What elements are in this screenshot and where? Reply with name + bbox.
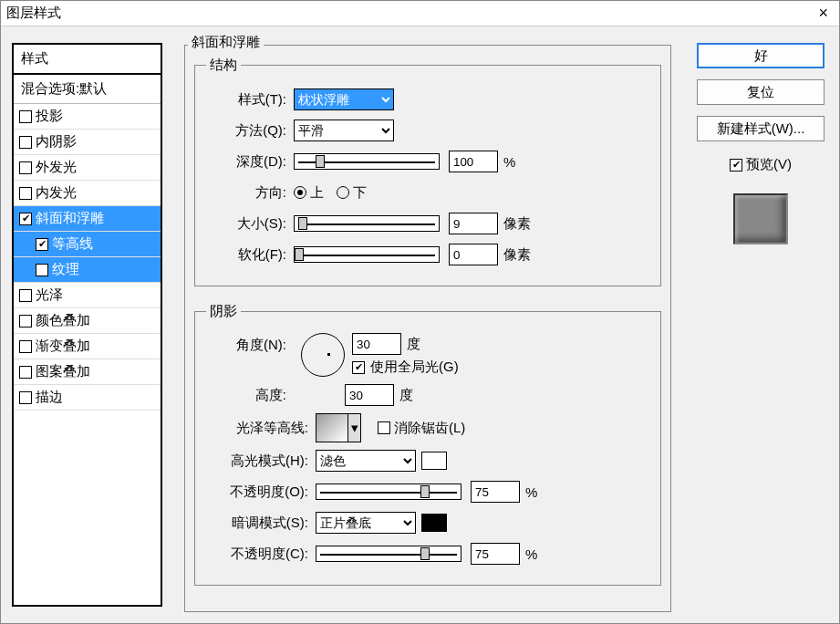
altitude-input[interactable] — [345, 384, 394, 406]
styles-list: 样式 混合选项:默认 投影内阴影外发光内发光斜面和浮雕等高线纹理光泽颜色叠加渐变… — [12, 43, 162, 607]
style-checkbox[interactable] — [19, 213, 32, 225]
gloss-contour-picker[interactable]: ▾ — [316, 413, 361, 442]
depth-slider[interactable] — [294, 153, 440, 170]
highlight-opacity-input[interactable] — [471, 481, 520, 503]
global-light-checkbox[interactable] — [352, 361, 365, 374]
style-checkbox[interactable] — [19, 366, 32, 379]
shading-group: 阴影 角度(N): 度 使用全局光(G) — [194, 303, 661, 586]
style-item-label: 斜面和浮雕 — [36, 210, 104, 227]
style-item-label: 纹理 — [52, 261, 79, 278]
style-item-9[interactable]: 渐变叠加 — [14, 334, 161, 359]
depth-label: 深度(D): — [206, 153, 294, 171]
style-item-2[interactable]: 外发光 — [14, 155, 161, 181]
soften-label: 软化(F): — [206, 246, 294, 264]
preview-label: 预览(V) — [746, 156, 792, 173]
altitude-label: 高度: — [206, 387, 294, 404]
styles-header[interactable]: 样式 — [14, 45, 161, 75]
direction-down-radio[interactable] — [337, 186, 349, 199]
style-item-3[interactable]: 内发光 — [14, 181, 161, 206]
style-label: 样式(T): — [206, 91, 294, 109]
style-checkbox[interactable] — [36, 238, 48, 251]
direction-down-label: 下 — [353, 184, 367, 202]
style-item-label: 外发光 — [36, 159, 77, 176]
size-slider[interactable] — [294, 215, 440, 232]
dialog-title: 图层样式 — [6, 5, 61, 22]
style-item-7[interactable]: 光泽 — [14, 283, 161, 308]
new-style-button[interactable]: 新建样式(W)... — [697, 116, 824, 141]
size-label: 大小(S): — [206, 215, 294, 233]
soften-slider[interactable] — [294, 246, 440, 263]
highlight-mode-label: 高光模式(H): — [206, 452, 316, 470]
style-item-label: 等高线 — [52, 235, 93, 253]
style-item-6[interactable]: 纹理 — [14, 257, 161, 283]
structure-group: 结构 样式(T): 枕状浮雕 方法(Q): 平滑 深度(D): — [194, 57, 661, 286]
preview-swatch[interactable] — [733, 193, 788, 244]
antialias-checkbox[interactable] — [378, 421, 390, 434]
highlight-mode-select[interactable]: 滤色 — [316, 450, 416, 472]
style-item-label: 光泽 — [36, 286, 63, 304]
highlight-opacity-unit: % — [525, 484, 537, 500]
angle-label: 角度(N): — [206, 333, 294, 354]
highlight-opacity-slider[interactable] — [316, 484, 461, 500]
close-icon[interactable]: × — [813, 4, 834, 23]
style-checkbox[interactable] — [19, 110, 32, 123]
style-checkbox[interactable] — [19, 340, 32, 353]
reset-button[interactable]: 复位 — [697, 79, 824, 105]
shadow-color-swatch[interactable] — [421, 514, 447, 532]
style-item-4[interactable]: 斜面和浮雕 — [14, 206, 161, 232]
style-checkbox[interactable] — [19, 315, 32, 328]
global-light-label: 使用全局光(G) — [370, 359, 459, 376]
style-item-label: 渐变叠加 — [36, 338, 90, 355]
style-item-label: 颜色叠加 — [36, 312, 90, 329]
titlebar: 图层样式 × — [1, 1, 839, 26]
size-input[interactable] — [449, 213, 498, 234]
depth-unit: % — [503, 154, 515, 170]
shadow-opacity-slider[interactable] — [316, 546, 461, 562]
style-checkbox[interactable] — [19, 289, 32, 302]
bevel-emboss-settings: 斜面和浮雕 结构 样式(T): 枕状浮雕 方法(Q): 平滑 — [162, 43, 682, 607]
shadow-opacity-input[interactable] — [471, 543, 520, 565]
style-select[interactable]: 枕状浮雕 — [294, 88, 394, 110]
style-item-label: 投影 — [36, 108, 63, 125]
style-item-label: 图案叠加 — [36, 363, 90, 380]
angle-dial[interactable] — [301, 333, 345, 377]
depth-input[interactable] — [449, 151, 498, 172]
technique-label: 方法(Q): — [206, 122, 294, 140]
style-item-1[interactable]: 内阴影 — [14, 130, 161, 155]
content: 样式 混合选项:默认 投影内阴影外发光内发光斜面和浮雕等高线纹理光泽颜色叠加渐变… — [1, 26, 839, 623]
soften-input[interactable] — [449, 244, 498, 265]
style-item-10[interactable]: 图案叠加 — [14, 359, 161, 385]
antialias-label: 消除锯齿(L) — [394, 420, 465, 437]
direction-label: 方向: — [206, 184, 294, 202]
style-checkbox[interactable] — [19, 161, 32, 174]
direction-up-label: 上 — [310, 184, 324, 202]
style-checkbox[interactable] — [19, 391, 32, 404]
soften-unit: 像素 — [503, 246, 531, 264]
shadow-opacity-unit: % — [525, 546, 537, 562]
preview-checkbox[interactable] — [730, 159, 742, 172]
highlight-color-swatch[interactable] — [421, 452, 447, 470]
technique-select[interactable]: 平滑 — [294, 120, 394, 141]
size-unit: 像素 — [503, 215, 531, 233]
shadow-mode-label: 暗调模式(S): — [206, 515, 316, 532]
gloss-contour-label: 光泽等高线: — [206, 420, 316, 437]
style-checkbox[interactable] — [36, 264, 48, 276]
blend-options-default[interactable]: 混合选项:默认 — [14, 75, 161, 104]
style-item-label: 描边 — [36, 389, 63, 406]
shadow-mode-select[interactable]: 正片叠底 — [316, 512, 416, 534]
chevron-down-icon[interactable]: ▾ — [347, 414, 360, 442]
direction-up-radio[interactable] — [294, 186, 306, 199]
ok-button[interactable]: 好 — [697, 43, 824, 68]
style-item-label: 内发光 — [36, 184, 77, 202]
style-item-11[interactable]: 描边 — [14, 385, 161, 411]
action-column: 好 复位 新建样式(W)... 预览(V) — [682, 43, 828, 607]
style-checkbox[interactable] — [19, 187, 32, 200]
style-checkbox[interactable] — [19, 136, 32, 149]
angle-unit: 度 — [407, 336, 420, 353]
angle-input[interactable] — [352, 333, 401, 355]
style-item-0[interactable]: 投影 — [14, 104, 161, 130]
style-item-5[interactable]: 等高线 — [14, 232, 161, 257]
style-item-8[interactable]: 颜色叠加 — [14, 308, 161, 334]
highlight-opacity-label: 不透明度(O): — [206, 484, 316, 501]
layer-style-dialog: 图层样式 × 样式 混合选项:默认 投影内阴影外发光内发光斜面和浮雕等高线纹理光… — [0, 0, 840, 624]
